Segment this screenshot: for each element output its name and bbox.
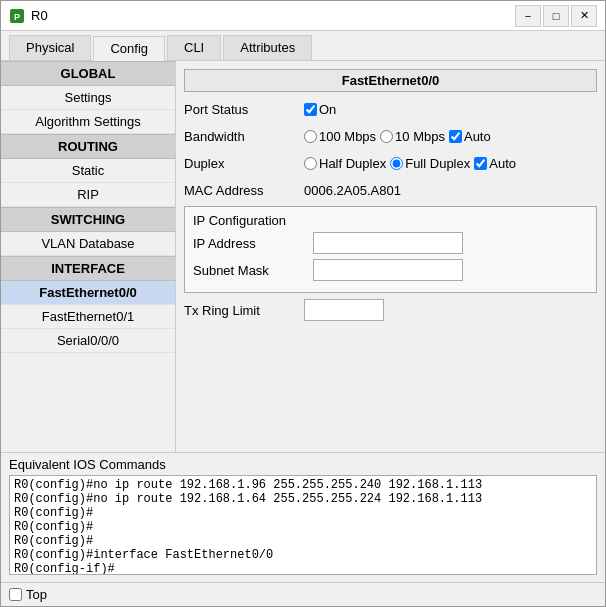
- bandwidth-10mbps-radio[interactable]: [380, 130, 393, 143]
- port-status-on: On: [304, 102, 336, 117]
- tab-attributes[interactable]: Attributes: [223, 35, 312, 60]
- duplex-full-label: Full Duplex: [405, 156, 470, 171]
- top-checkbox[interactable]: [9, 588, 22, 601]
- sidebar-section-interface: INTERFACE: [1, 256, 175, 281]
- bandwidth-auto-checkbox[interactable]: [449, 130, 462, 143]
- ip-address-label: IP Address: [193, 236, 313, 251]
- bandwidth-10mbps-label: 10 Mbps: [395, 129, 445, 144]
- top-label: Top: [26, 587, 47, 602]
- tx-ring-limit-input[interactable]: 10: [304, 299, 384, 321]
- sidebar-item-rip[interactable]: RIP: [1, 183, 175, 207]
- duplex-full-radio[interactable]: [390, 157, 403, 170]
- duplex-half-option: Half Duplex: [304, 156, 386, 171]
- port-status-label: Port Status: [184, 102, 304, 117]
- subnet-mask-label: Subnet Mask: [193, 263, 313, 278]
- window-title: R0: [31, 8, 48, 23]
- duplex-half-radio[interactable]: [304, 157, 317, 170]
- sidebar-section-global: GLOBAL: [1, 61, 175, 86]
- close-button[interactable]: ✕: [571, 5, 597, 27]
- tab-physical[interactable]: Physical: [9, 35, 91, 60]
- bandwidth-100mbps-radio[interactable]: [304, 130, 317, 143]
- port-status-on-label: On: [319, 102, 336, 117]
- main-window: P R0 − □ ✕ Physical Config CLI Attribute…: [0, 0, 606, 607]
- duplex-label: Duplex: [184, 156, 304, 171]
- title-bar-left: P R0: [9, 8, 48, 24]
- sidebar-item-settings[interactable]: Settings: [1, 86, 175, 110]
- panel-title: FastEthernet0/0: [184, 69, 597, 92]
- bandwidth-auto-label: Auto: [464, 129, 491, 144]
- bandwidth-auto-option: Auto: [449, 129, 491, 144]
- sidebar-item-fastethernet0-1[interactable]: FastEthernet0/1: [1, 305, 175, 329]
- mac-address-value: 0006.2A05.A801: [304, 183, 401, 198]
- duplex-half-label: Half Duplex: [319, 156, 386, 171]
- tx-ring-limit-label: Tx Ring Limit: [184, 303, 304, 318]
- duplex-full-option: Full Duplex: [390, 156, 470, 171]
- ios-section: Equivalent IOS Commands R0(config)#no ip…: [1, 452, 605, 582]
- top-checkbox-container: Top: [9, 587, 47, 602]
- svg-text:P: P: [14, 12, 20, 22]
- sidebar: GLOBAL Settings Algorithm Settings ROUTI…: [1, 61, 176, 452]
- subnet-mask-controls: 255.255.255.192: [313, 259, 588, 281]
- sidebar-section-routing: ROUTING: [1, 134, 175, 159]
- sidebar-section-switching: SWITCHING: [1, 207, 175, 232]
- sidebar-item-vlan-database[interactable]: VLAN Database: [1, 232, 175, 256]
- content-area: GLOBAL Settings Algorithm Settings ROUTI…: [1, 61, 605, 452]
- ip-address-row: IP Address 192.168.1.1: [193, 232, 588, 254]
- duplex-auto-option: Auto: [474, 156, 516, 171]
- duplex-auto-label: Auto: [489, 156, 516, 171]
- footer: Top: [1, 582, 605, 606]
- maximize-button[interactable]: □: [543, 5, 569, 27]
- bandwidth-100mbps-option: 100 Mbps: [304, 129, 376, 144]
- duplex-controls: Half Duplex Full Duplex Auto: [304, 156, 597, 171]
- app-icon: P: [9, 8, 25, 24]
- main-panel: FastEthernet0/0 Port Status On Bandwidth: [176, 61, 605, 452]
- ios-console[interactable]: R0(config)#no ip route 192.168.1.96 255.…: [9, 475, 597, 575]
- ip-config-section: IP Configuration IP Address 192.168.1.1 …: [184, 206, 597, 293]
- sidebar-item-algorithm-settings[interactable]: Algorithm Settings: [1, 110, 175, 134]
- bandwidth-row: Bandwidth 100 Mbps 10 Mbps Auto: [184, 125, 597, 147]
- mac-address-controls: 0006.2A05.A801: [304, 183, 597, 198]
- tx-ring-limit-controls: 10: [304, 299, 597, 321]
- tab-bar: Physical Config CLI Attributes: [1, 31, 605, 61]
- bandwidth-label: Bandwidth: [184, 129, 304, 144]
- title-bar: P R0 − □ ✕: [1, 1, 605, 31]
- subnet-mask-input[interactable]: 255.255.255.192: [313, 259, 463, 281]
- ip-address-controls: 192.168.1.1: [313, 232, 588, 254]
- sidebar-scroll[interactable]: GLOBAL Settings Algorithm Settings ROUTI…: [1, 61, 175, 452]
- tx-ring-limit-row: Tx Ring Limit 10: [184, 299, 597, 321]
- sidebar-item-static[interactable]: Static: [1, 159, 175, 183]
- title-bar-controls: − □ ✕: [515, 5, 597, 27]
- tab-cli[interactable]: CLI: [167, 35, 221, 60]
- mac-address-label: MAC Address: [184, 183, 304, 198]
- bandwidth-10mbps-option: 10 Mbps: [380, 129, 445, 144]
- mac-address-row: MAC Address 0006.2A05.A801: [184, 179, 597, 201]
- ip-address-input[interactable]: 192.168.1.1: [313, 232, 463, 254]
- sidebar-item-fastethernet0-0[interactable]: FastEthernet0/0: [1, 281, 175, 305]
- duplex-row: Duplex Half Duplex Full Duplex Auto: [184, 152, 597, 174]
- port-status-row: Port Status On: [184, 98, 597, 120]
- bandwidth-controls: 100 Mbps 10 Mbps Auto: [304, 129, 597, 144]
- ip-config-title: IP Configuration: [193, 213, 588, 228]
- duplex-auto-checkbox[interactable]: [474, 157, 487, 170]
- minimize-button[interactable]: −: [515, 5, 541, 27]
- bandwidth-100mbps-label: 100 Mbps: [319, 129, 376, 144]
- port-status-checkbox[interactable]: [304, 103, 317, 116]
- sidebar-item-serial0-0-0[interactable]: Serial0/0/0: [1, 329, 175, 353]
- ios-label: Equivalent IOS Commands: [9, 457, 597, 472]
- tab-config[interactable]: Config: [93, 36, 165, 61]
- subnet-mask-row: Subnet Mask 255.255.255.192: [193, 259, 588, 281]
- port-status-controls: On: [304, 102, 597, 117]
